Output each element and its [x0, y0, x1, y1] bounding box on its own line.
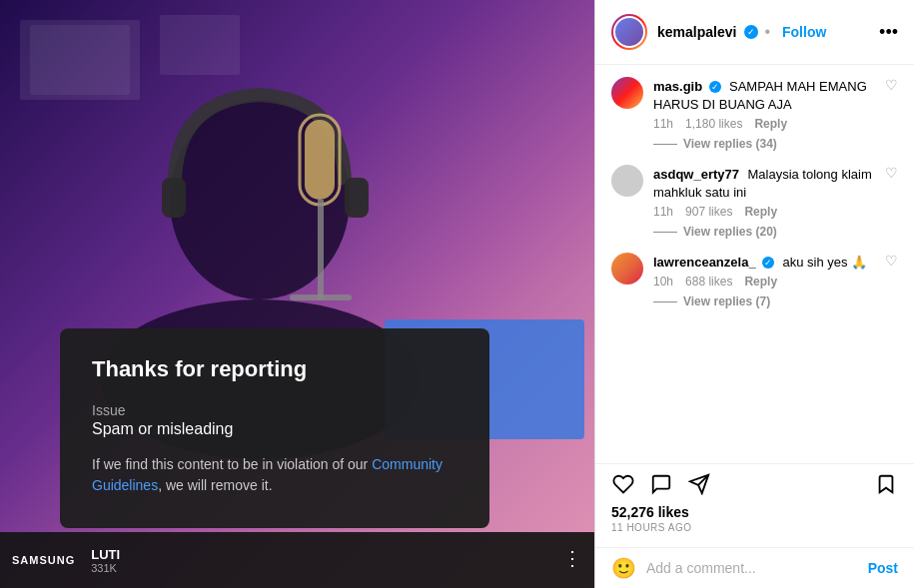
- commenter-avatar: [611, 253, 643, 285]
- commenter-avatar: [611, 165, 643, 197]
- commenter-verified: [762, 257, 774, 269]
- comment-item: mas.gib SAMPAH MAH EMANG HARUS DI BUANG …: [611, 77, 898, 151]
- comment-item: asdqw_erty77 Malaysia tolong klaim mahkl…: [611, 165, 898, 239]
- video-bottom-bar: SAMSUNG LUTI 331K ⋮: [0, 532, 594, 588]
- replies-line: [653, 232, 677, 233]
- comment-likes: 907 likes: [685, 205, 732, 219]
- replies-line: [653, 144, 677, 145]
- samsung-logo: SAMSUNG: [12, 554, 75, 566]
- commenter-username: asdqw_erty77: [653, 167, 739, 182]
- comment-likes: 688 likes: [685, 275, 732, 289]
- view-replies-text: View replies (7): [683, 294, 770, 308]
- view-replies-text: View replies (34): [683, 137, 777, 151]
- commenter-username: mas.gib: [653, 79, 702, 94]
- svg-rect-10: [318, 200, 324, 299]
- emoji-icon[interactable]: 🙂: [611, 556, 636, 580]
- reporting-popup: Thanks for reporting Issue Spam or misle…: [60, 328, 489, 528]
- comment-time: 10h: [653, 275, 673, 289]
- post-author-username: kemalpalevi: [657, 24, 736, 40]
- likes-count: 52,276 likes: [611, 504, 898, 520]
- svg-rect-5: [162, 178, 186, 218]
- comment-heart-icon[interactable]: ♡: [885, 165, 898, 181]
- video-panel: Thanks for reporting Issue Spam or misle…: [0, 0, 594, 588]
- comment-icon[interactable]: [649, 472, 673, 496]
- follow-button[interactable]: Follow: [782, 24, 826, 40]
- comment-heart-icon[interactable]: ♡: [885, 253, 898, 269]
- post-button[interactable]: Post: [868, 560, 898, 576]
- commenter-username: lawrenceanzela_: [653, 255, 756, 270]
- comment-meta: 11h 1,180 likes Reply: [653, 117, 875, 131]
- video-title: LUTI: [91, 547, 120, 562]
- comment-body: mas.gib SAMPAH MAH EMANG HARUS DI BUANG …: [653, 77, 875, 151]
- bookmark-icon[interactable]: [874, 472, 898, 496]
- view-replies[interactable]: View replies (34): [653, 137, 875, 151]
- video-more-icon[interactable]: ⋮: [562, 546, 582, 570]
- view-replies[interactable]: View replies (7): [653, 294, 875, 308]
- comment-text: aku sih yes 🙏: [783, 255, 868, 270]
- reply-button[interactable]: Reply: [744, 275, 777, 289]
- comment-time: 11h: [653, 205, 673, 219]
- post-author-avatar: [611, 14, 647, 50]
- action-icons: [611, 472, 898, 496]
- commenter-verified: [709, 81, 721, 93]
- instagram-sidebar: kemalpalevi • Follow ••• mas.gib SAMPAH …: [594, 0, 914, 588]
- add-comment-input[interactable]: [646, 560, 858, 576]
- replies-line: [653, 301, 677, 302]
- video-stats: 331K: [91, 562, 120, 574]
- svg-rect-3: [160, 15, 240, 75]
- comments-area: mas.gib SAMPAH MAH EMANG HARUS DI BUANG …: [595, 65, 914, 463]
- comment-body: asdqw_erty77 Malaysia tolong klaim mahkl…: [653, 165, 875, 239]
- issue-value: Spam or misleading: [92, 420, 457, 438]
- commenter-avatar: [611, 77, 643, 109]
- share-icon[interactable]: [687, 472, 711, 496]
- add-comment-bar: 🙂 Post: [595, 547, 914, 588]
- view-replies-text: View replies (20): [683, 225, 777, 239]
- verified-badge: [744, 25, 758, 39]
- post-header: kemalpalevi • Follow •••: [595, 0, 914, 65]
- view-replies[interactable]: View replies (20): [653, 225, 875, 239]
- time-ago: 11 HOURS AGO: [611, 522, 898, 533]
- issue-label: Issue: [92, 402, 457, 418]
- comment-body: lawrenceanzela_ aku sih yes 🙏 10h 688 li…: [653, 253, 875, 308]
- popup-description: If we find this content to be in violati…: [92, 454, 457, 496]
- comment-meta: 11h 907 likes Reply: [653, 205, 875, 219]
- dot-separator: •: [764, 23, 770, 41]
- video-info: LUTI 331K: [91, 547, 120, 574]
- svg-rect-6: [345, 178, 369, 218]
- svg-rect-8: [305, 120, 335, 200]
- svg-rect-2: [30, 25, 130, 95]
- action-bar: 52,276 likes 11 HOURS AGO: [595, 463, 914, 547]
- comment-meta: 10h 688 likes Reply: [653, 275, 875, 289]
- reply-button[interactable]: Reply: [744, 205, 777, 219]
- reply-button[interactable]: Reply: [754, 117, 787, 131]
- comment-likes: 1,180 likes: [685, 117, 742, 131]
- comment-item: lawrenceanzela_ aku sih yes 🙏 10h 688 li…: [611, 253, 898, 308]
- like-icon[interactable]: [611, 472, 635, 496]
- comment-heart-icon[interactable]: ♡: [885, 77, 898, 93]
- popup-title: Thanks for reporting: [92, 356, 457, 382]
- comment-time: 11h: [653, 117, 673, 131]
- svg-rect-11: [290, 294, 352, 300]
- header-more-button[interactable]: •••: [879, 22, 898, 43]
